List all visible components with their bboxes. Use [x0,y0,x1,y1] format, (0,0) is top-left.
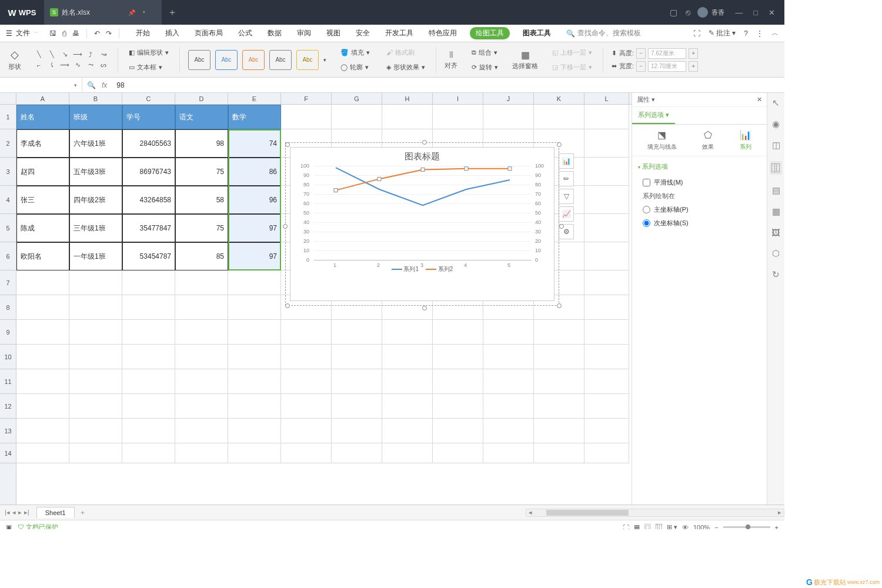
user-area[interactable]: 香香 [697,7,724,18]
data-cell[interactable]: 53454787 [122,242,175,270]
resize-handle[interactable] [422,306,427,310]
sidebar-icon-9[interactable]: ↻ [772,269,780,280]
view-page-icon[interactable]: ⿴ [644,524,651,530]
tab-dev[interactable]: 开发工具 [383,27,416,39]
data-cell[interactable]: 一年级1班 [69,242,122,270]
new-tab-button[interactable]: ＋ [162,6,182,19]
close-button[interactable]: ✕ [769,8,775,17]
width-plus[interactable]: + [689,61,698,72]
col-header-B[interactable]: B [69,93,122,104]
sheet-prev[interactable]: ◂ [12,509,16,516]
expand-icon[interactable]: ⛶ [693,29,700,38]
col-header-A[interactable]: A [16,93,69,104]
collapse-ribbon-icon[interactable]: ︿ [771,28,779,38]
secondary-axis-option[interactable]: 次坐标轴(S) [638,216,761,230]
sidebar-icon-6[interactable]: ▦ [772,206,780,217]
resize-handle[interactable] [283,224,288,229]
chart-title[interactable]: 图表标题 [290,148,554,166]
zoom-formula-icon[interactable]: 🔍 [87,81,96,89]
subtab-fill[interactable]: ⬔填充与线条 [647,129,677,151]
view-2-icon[interactable]: ⿲ [656,524,662,530]
tab-review[interactable]: 审阅 [295,27,313,39]
data-cell[interactable]: 陈成 [16,214,69,242]
height-input[interactable] [648,48,686,59]
data-cell[interactable]: 75 [175,158,228,186]
resize-handle[interactable] [557,142,562,147]
width-minus[interactable]: − [636,61,646,72]
style-5[interactable]: Abc [296,50,319,70]
data-cell[interactable]: 张三 [16,186,69,214]
row-header-10[interactable]: 10 [0,345,16,369]
group-button[interactable]: ⧉组合 ▾ [469,47,500,58]
tab-menu-icon[interactable]: • [143,8,145,16]
data-cell[interactable]: 赵四 [16,158,69,186]
titlebar-icon-2[interactable]: ⎋ [686,8,690,17]
save-icon[interactable]: 🖫 [49,29,56,38]
col-header-H[interactable]: H [382,93,433,104]
status-icon[interactable]: ▣ [6,523,12,529]
text-box-button[interactable]: ▭文本框 ▾ [126,62,165,73]
tab-view[interactable]: 视图 [324,27,343,39]
sheet-tab-1[interactable]: Sheet1 [36,507,75,518]
embedded-chart[interactable]: 图表标题001010202030304040505060607070808090… [290,147,554,301]
view-normal-icon[interactable]: ▦ [634,523,640,529]
sheet-first[interactable]: |◂ [5,509,10,516]
primary-radio[interactable] [643,206,650,213]
row-header-6[interactable]: 6 [0,242,16,270]
fx-icon[interactable]: fx [102,81,107,89]
data-cell[interactable]: 97 [228,242,281,270]
horizontal-scrollbar[interactable]: ◂ ▸ [526,509,784,517]
data-cell[interactable]: 74 [228,129,281,158]
undo-icon[interactable]: ↶ [94,29,100,38]
row-header-13[interactable]: 13 [0,419,16,443]
zoom-slider[interactable] [723,526,770,528]
maximize-button[interactable]: □ [753,8,758,17]
chart-side-btn-2[interactable]: ▽ [559,189,574,204]
panel-tab-series[interactable]: 系列选项 ▾ [632,107,675,124]
comment-button[interactable]: ✎ 批注 ▾ [709,28,736,38]
data-cell[interactable]: 28405563 [122,129,175,158]
minimize-button[interactable]: — [735,8,743,17]
data-cell[interactable]: 欧阳名 [16,242,69,270]
data-cell[interactable]: 43264858 [122,186,175,214]
smooth-checkbox[interactable] [643,179,650,186]
select-pane-button[interactable]: ▦选择窗格 [512,49,538,71]
row-header-7[interactable]: 7 [0,270,16,295]
add-sheet-button[interactable]: ＋ [75,508,91,517]
col-header-G[interactable]: G [332,93,382,104]
resize-handle[interactable] [285,303,290,308]
zoom-value[interactable]: 100% [693,524,710,530]
data-cell[interactable]: 85 [175,242,228,270]
doc-protected[interactable]: 🛡 文档已保护 [18,523,58,529]
panel-close-icon[interactable]: ✕ [757,96,762,103]
data-cell[interactable]: 86 [228,158,281,186]
sheet-next[interactable]: ▸ [18,509,22,516]
smooth-option[interactable]: 平滑线(M) [638,176,761,189]
section-series-options[interactable]: ▾ 系列选项 [638,162,761,171]
sidebar-icon-5[interactable]: ▤ [772,185,780,196]
fullscreen-icon[interactable]: ⛶ [623,524,629,530]
cursor-icon[interactable]: ↖ [772,98,780,108]
formula-input[interactable]: 98 [112,81,129,89]
data-cell[interactable]: 李成名 [16,129,69,158]
titlebar-icon-1[interactable]: ▢ [670,8,677,17]
header-cell[interactable]: 学号 [122,105,175,129]
cell-grid[interactable]: 姓名班级学号语文数学李成名六年级1班284055639874赵四五年级3班869… [16,105,632,505]
resize-handle[interactable] [559,224,564,229]
shape-effect-button[interactable]: ◈形状效果 ▾ [384,62,427,73]
row-header-11[interactable]: 11 [0,369,16,394]
style-3[interactable]: Abc [242,50,265,70]
shape-button[interactable]: ◇ 形状 [8,48,21,71]
redo-icon[interactable]: ↷ [106,29,112,38]
rotate-button[interactable]: ⟳旋转 ▾ [469,62,500,73]
zoom-in[interactable]: + [775,524,779,530]
tab-insert[interactable]: 插入 [163,27,182,39]
secondary-radio[interactable] [643,219,650,227]
style-4[interactable]: Abc [269,50,292,70]
print-icon[interactable]: ⎙ [62,29,66,38]
tab-data[interactable]: 数据 [265,27,284,39]
col-header-I[interactable]: I [433,93,483,104]
name-box[interactable]: ▾ [0,78,82,92]
subtab-effect[interactable]: ⬠效果 [702,129,714,151]
data-cell[interactable]: 五年级3班 [69,158,122,186]
